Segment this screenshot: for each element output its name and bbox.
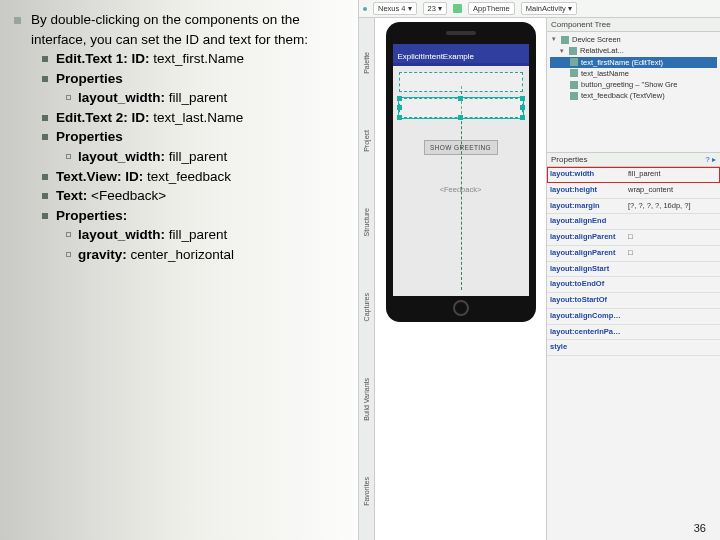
square-bullet-icon: [66, 232, 71, 237]
square-bullet-icon: [42, 213, 48, 219]
property-key: layout:width: [547, 167, 625, 182]
app-title: ExplicitIntentExample: [398, 52, 474, 61]
list-item-text: Edit.Text 2: ID: text_last.Name: [56, 108, 243, 128]
tree-item[interactable]: text_firstName (EditText): [550, 57, 717, 68]
right-panels: Component Tree Device Screen RelativeLat…: [547, 18, 720, 540]
tree-item-label: button_greeting – "Show Gre: [581, 79, 677, 90]
property-value[interactable]: □: [625, 230, 720, 245]
list-item-text: layout_width: fill_parent: [78, 225, 227, 245]
device-icon: [561, 36, 569, 44]
app-bar: ExplicitIntentExample: [393, 44, 529, 66]
property-value[interactable]: [625, 277, 720, 292]
list-item-text: Properties:: [56, 206, 127, 226]
phone-screen: ExplicitIntentExample SHOW GR: [393, 44, 529, 296]
property-row[interactable]: style: [547, 340, 720, 356]
tree-layout[interactable]: RelativeLat...: [550, 45, 717, 56]
property-value[interactable]: [625, 309, 720, 324]
list-item-text: layout_width: fill_parent: [78, 88, 227, 108]
square-bullet-icon: [42, 174, 48, 180]
list-item: Properties: [42, 127, 358, 147]
edittext-lastname-selected[interactable]: [399, 98, 523, 118]
home-button-icon: [453, 300, 469, 316]
properties-help-icon[interactable]: ? ▸: [705, 155, 716, 164]
properties-header: Properties ? ▸: [547, 152, 720, 167]
property-row[interactable]: layout:alignParent□: [547, 246, 720, 262]
property-row[interactable]: layout:margin[?, ?, ?, ?, 16dp, ?]: [547, 199, 720, 215]
property-key: layout:alignParent: [547, 246, 625, 261]
properties-table: layout:widthfill_parentlayout:heightwrap…: [547, 167, 720, 540]
list-item-text: Properties: [56, 127, 123, 147]
square-bullet-icon: [42, 76, 48, 82]
list-item: Text.View: ID: text_feedback: [42, 167, 358, 187]
property-value[interactable]: wrap_content: [625, 183, 720, 198]
list-item: Edit.Text 2: ID: text_last.Name: [42, 108, 358, 128]
property-value[interactable]: □: [625, 246, 720, 261]
tree-item[interactable]: button_greeting – "Show Gre: [550, 79, 717, 90]
square-bullet-icon: [42, 193, 48, 199]
text-column: By double-clicking on the components on …: [0, 0, 358, 540]
api-picker[interactable]: 23 ▾: [423, 2, 447, 15]
property-row[interactable]: layout:toEndOf: [547, 277, 720, 293]
property-row[interactable]: layout:alignEnd: [547, 214, 720, 230]
property-value[interactable]: [625, 325, 720, 340]
tree-item[interactable]: text_lastName: [550, 68, 717, 79]
screen-body: SHOW GREETING <Feedback>: [393, 66, 529, 296]
list-item: gravity: center_horizontal: [66, 245, 358, 265]
property-row[interactable]: layout:heightwrap_content: [547, 183, 720, 199]
property-key: layout:toStartOf: [547, 293, 625, 308]
vtab-structure[interactable]: Structure: [363, 208, 370, 236]
vtab-project[interactable]: Project: [363, 130, 370, 152]
intro-text: By double-clicking on the components on …: [31, 10, 358, 49]
properties-title: Properties: [551, 155, 587, 164]
vtab-favorites[interactable]: Favorites: [363, 477, 370, 506]
property-value[interactable]: [625, 293, 720, 308]
speaker-icon: [446, 31, 476, 35]
activity-picker[interactable]: MainActivity ▾: [521, 2, 577, 15]
property-key: layout:toEndOf: [547, 277, 625, 292]
property-key: layout:alignEnd: [547, 214, 625, 229]
property-key: layout:alignComp [ ]: [547, 309, 625, 324]
content-row: By double-clicking on the components on …: [0, 0, 720, 540]
list-item: layout_width: fill_parent: [66, 88, 358, 108]
property-value[interactable]: [625, 262, 720, 277]
property-value[interactable]: [?, ?, ?, ?, 16dp, ?]: [625, 199, 720, 214]
property-row[interactable]: layout:alignParent□: [547, 230, 720, 246]
layout-icon: [569, 47, 577, 55]
property-key: layout:centerInPa horizontal: [547, 325, 625, 340]
properties-panel: Properties ? ▸ layout:widthfill_parentla…: [547, 152, 720, 540]
property-row[interactable]: layout:alignComp [ ]: [547, 309, 720, 325]
component-tree-header: Component Tree: [547, 18, 720, 32]
widget-icon: [570, 81, 578, 89]
left-tool-tabs: Palette Project Structure Captures Build…: [359, 18, 375, 540]
square-bullet-icon: [66, 95, 71, 100]
property-key: layout:margin: [547, 199, 625, 214]
square-bullet-icon: [42, 115, 48, 121]
theme-picker[interactable]: AppTheme: [468, 2, 515, 15]
tree-root[interactable]: Device Screen: [550, 34, 717, 45]
ide-row: Palette Project Structure Captures Build…: [359, 18, 720, 540]
property-row[interactable]: layout:widthfill_parent: [547, 167, 720, 183]
list-item-text: Properties: [56, 69, 123, 89]
list-item-text: Text: <Feedback>: [56, 186, 166, 206]
list-item: Text: <Feedback>: [42, 186, 358, 206]
edittext-firstname[interactable]: [399, 72, 523, 92]
property-value[interactable]: [625, 340, 720, 355]
property-row[interactable]: layout:alignStart: [547, 262, 720, 278]
component-tree-title: Component Tree: [551, 20, 611, 29]
widget-icon: [570, 69, 578, 77]
vtab-build-variants[interactable]: Build Variants: [363, 378, 370, 421]
property-row[interactable]: layout:toStartOf: [547, 293, 720, 309]
property-value[interactable]: [625, 214, 720, 229]
property-row[interactable]: layout:centerInPa horizontal: [547, 325, 720, 341]
tree-item[interactable]: text_feedback (TextView): [550, 90, 717, 101]
property-value[interactable]: fill_parent: [625, 167, 720, 182]
vtab-captures[interactable]: Captures: [363, 293, 370, 321]
list-item-text: Edit.Text 1: ID: text_first.Name: [56, 49, 244, 69]
square-bullet-icon: [66, 252, 71, 257]
device-picker[interactable]: Nexus 4 ▾: [373, 2, 417, 15]
tree-item-label: text_lastName: [581, 68, 629, 79]
list-item-text: Text.View: ID: text_feedback: [56, 167, 231, 187]
property-key: layout:alignParent: [547, 230, 625, 245]
list-item: Properties: [42, 69, 358, 89]
vtab-palette[interactable]: Palette: [363, 52, 370, 74]
